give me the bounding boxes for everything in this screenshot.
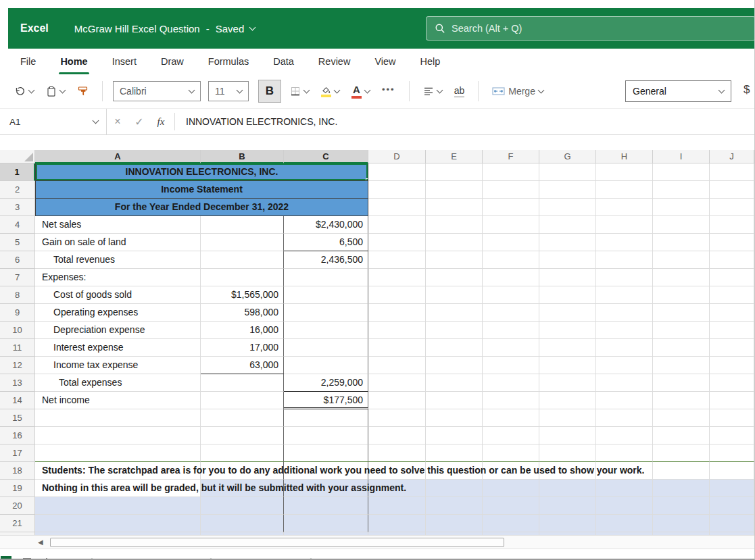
cell-A10[interactable]: Depreciation expense	[35, 322, 201, 339]
add-sheet-icon[interactable]	[43, 557, 51, 560]
row-header-17[interactable]: 17	[0, 444, 35, 462]
sheet-list-icon[interactable]	[22, 557, 32, 560]
cell-C11[interactable]	[284, 339, 368, 357]
row-header-2[interactable]: 2	[0, 181, 35, 199]
cell-F1[interactable]	[483, 163, 539, 181]
fill-color-button[interactable]	[318, 83, 343, 100]
cell-D12[interactable]	[368, 357, 426, 374]
cell-F19[interactable]	[483, 480, 539, 497]
cell-J3[interactable]	[710, 199, 754, 216]
cell-D6[interactable]	[368, 251, 426, 269]
cell-C20[interactable]	[284, 497, 368, 515]
chevron-down-icon[interactable]	[303, 87, 310, 94]
cell-I1[interactable]	[653, 163, 710, 181]
cell-E11[interactable]	[426, 339, 483, 357]
cell-A18[interactable]: Students: The scratchpad area is for you…	[35, 462, 201, 480]
chevron-down-icon[interactable]	[364, 87, 371, 94]
number-format-select[interactable]: General	[625, 80, 731, 102]
cell-F7[interactable]	[483, 269, 539, 286]
cell-I17[interactable]	[653, 444, 710, 462]
cell-C10[interactable]	[284, 322, 368, 339]
cell-E2[interactable]	[426, 181, 483, 199]
cell-H5[interactable]	[596, 234, 653, 251]
cell-J10[interactable]	[710, 322, 754, 339]
cell-E8[interactable]	[426, 286, 483, 304]
cell-H21[interactable]	[596, 515, 653, 532]
cell-H17[interactable]	[596, 444, 653, 462]
cell-G7[interactable]	[539, 269, 596, 286]
cell-B14[interactable]	[201, 392, 284, 409]
cell-F9[interactable]	[483, 304, 539, 322]
cell-H7[interactable]	[596, 269, 653, 286]
cell-H3[interactable]	[596, 199, 653, 216]
cell-E21[interactable]	[426, 515, 483, 532]
cell-J5[interactable]	[710, 234, 754, 251]
bold-button[interactable]: B	[258, 80, 281, 103]
cell-F12[interactable]	[483, 357, 539, 374]
cell-G14[interactable]	[539, 392, 596, 409]
formula-input[interactable]: INNOVATION ELECTRONICS, INC.	[178, 109, 337, 134]
cell-A8[interactable]: Cost of goods sold	[35, 286, 201, 304]
cell-B10[interactable]: 16,000	[201, 322, 284, 339]
font-name-select[interactable]: Calibri	[113, 81, 201, 101]
cell-H15[interactable]	[596, 409, 653, 427]
cell-D21[interactable]	[368, 515, 426, 532]
cell-J18[interactable]	[710, 462, 754, 480]
cell-A9[interactable]: Operating expenses	[35, 304, 201, 322]
cell-H1[interactable]	[596, 163, 653, 181]
enter-button[interactable]: ✓	[128, 109, 150, 134]
cell-A21[interactable]	[35, 515, 201, 532]
cell-B9[interactable]: 598,000	[201, 304, 284, 322]
cell-B17[interactable]	[201, 444, 284, 462]
cell-I20[interactable]	[653, 497, 710, 515]
cell-G10[interactable]	[539, 322, 596, 339]
cell-G20[interactable]	[539, 497, 596, 515]
cell-F5[interactable]	[483, 234, 539, 251]
chevron-down-icon[interactable]	[59, 87, 66, 94]
cell-G16[interactable]	[539, 427, 596, 444]
cell-A15[interactable]	[35, 409, 201, 427]
cell-F16[interactable]	[483, 427, 539, 444]
cell-A19[interactable]: Nothing in this area will be graded, but…	[35, 480, 201, 497]
cell-E15[interactable]	[426, 409, 483, 427]
font-color-button[interactable]: A	[348, 82, 373, 101]
tab-help[interactable]: Help	[420, 49, 441, 74]
row-header-10[interactable]: 10	[0, 322, 35, 339]
cell-G12[interactable]	[539, 357, 596, 374]
cell-E17[interactable]	[426, 444, 483, 462]
cell-A4[interactable]: Net sales	[35, 216, 201, 234]
cell-B8[interactable]: $1,565,000	[201, 286, 284, 304]
cell-F21[interactable]	[483, 515, 539, 532]
cell-J9[interactable]	[710, 304, 754, 322]
tab-file[interactable]: File	[20, 49, 36, 74]
cell-J13[interactable]	[710, 374, 754, 392]
cell-H2[interactable]	[596, 181, 653, 199]
cell-I5[interactable]	[653, 234, 710, 251]
cell-A12[interactable]: Income tax expense	[35, 357, 201, 374]
cell-B12[interactable]: 63,000	[201, 357, 284, 374]
cell-J7[interactable]	[710, 269, 754, 286]
search-box[interactable]	[426, 16, 755, 41]
cell-J11[interactable]	[710, 339, 754, 357]
cell-J4[interactable]	[710, 216, 754, 234]
cell-F13[interactable]	[483, 374, 539, 392]
cell-J6[interactable]	[710, 251, 754, 269]
cell-B21[interactable]	[201, 515, 284, 532]
cell-B16[interactable]	[201, 427, 284, 444]
cell-C15[interactable]	[284, 409, 368, 427]
chevron-down-icon[interactable]	[436, 87, 443, 94]
merge-button[interactable]: Merge	[489, 83, 547, 99]
cell-G17[interactable]	[539, 444, 596, 462]
cell-A3[interactable]: For the Year Ended December 31, 2022	[35, 199, 368, 216]
row-header-20[interactable]: 20	[0, 497, 35, 515]
col-header-D[interactable]: D	[368, 150, 426, 163]
cell-I3[interactable]	[653, 199, 710, 216]
cell-J19[interactable]	[710, 480, 754, 497]
chevron-down-icon[interactable]	[334, 87, 341, 94]
cell-E5[interactable]	[426, 234, 483, 251]
tab-insert[interactable]: Insert	[112, 49, 137, 74]
cell-D17[interactable]	[368, 444, 426, 462]
cell-D15[interactable]	[368, 409, 426, 427]
scrollbar-thumb[interactable]	[50, 538, 504, 547]
cell-D3[interactable]	[368, 199, 426, 216]
